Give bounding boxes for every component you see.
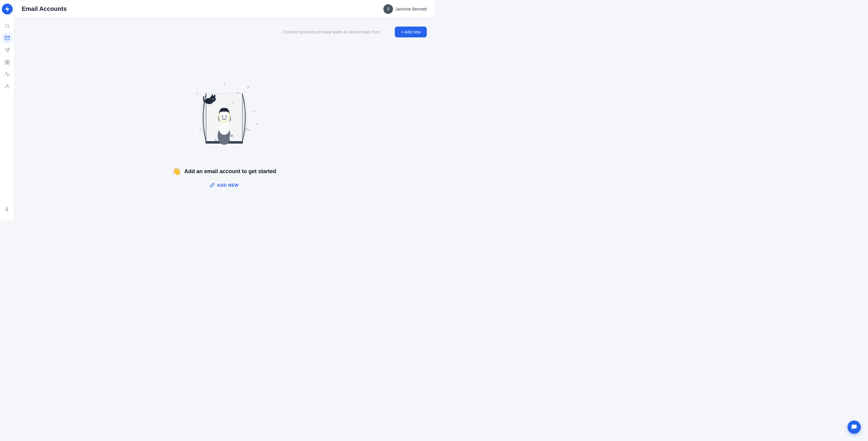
email-icon [4,35,10,41]
page-title: Email Accounts [22,5,67,12]
svg-rect-7 [5,62,7,64]
avatar: J [383,4,393,14]
wave-emoji: 👋 [172,167,181,176]
svg-point-10 [7,209,7,210]
templates-icon [4,59,10,65]
svg-line-24 [246,102,247,133]
svg-point-11 [196,93,198,94]
empty-state-title: 👋 Add an email account to get started [172,167,276,176]
empty-state-text: Add an email account to get started [184,168,276,175]
app-logo[interactable] [2,4,13,14]
svg-point-27 [219,122,230,135]
link-icon [210,183,215,187]
svg-point-12 [247,86,250,89]
svg-point-9 [6,85,8,86]
svg-point-34 [207,106,212,110]
svg-point-32 [225,116,227,117]
add-new-header-button[interactable]: + Add new [395,27,427,37]
svg-point-13 [253,111,255,113]
header: Email Accounts J Jasmine Bennett [14,0,434,18]
add-new-link[interactable]: ADD NEW [210,183,239,187]
sidebar-nav [2,21,13,202]
svg-rect-5 [5,60,7,62]
sidebar-item-rocket[interactable] [2,204,13,214]
svg-line-1 [8,27,9,28]
send-icon [4,47,10,53]
svg-point-46 [232,102,234,104]
sidebar-item-profile[interactable] [2,81,13,92]
sidebar-item-templates[interactable] [2,57,13,67]
svg-point-16 [224,84,225,85]
sidebar-item-email[interactable] [2,33,13,43]
sidebar-item-analytics[interactable] [2,69,13,80]
user-name: Jasmine Bennett [396,7,427,11]
add-new-link-label: ADD NEW [217,183,239,187]
content-area: Connect accounts to keep warm & send ema… [14,18,434,220]
svg-rect-6 [7,60,9,62]
svg-point-0 [5,24,9,27]
sidebar-bottom [2,204,13,217]
illustration [182,76,267,160]
rocket-icon [4,206,10,212]
svg-point-33 [224,118,224,118]
svg-point-42 [212,99,213,99]
lightning-icon [4,6,10,12]
svg-point-14 [199,129,201,130]
empty-state: 👋 Add an email account to get started AD… [172,42,276,214]
top-bar: Connect accounts to keep warm & send ema… [22,24,427,42]
profile-icon [4,84,10,89]
sidebar-item-search[interactable] [2,21,13,31]
search-icon [4,23,10,29]
svg-point-17 [257,123,258,124]
svg-rect-8 [7,62,9,64]
sidebar [0,0,14,220]
svg-point-44 [230,135,233,137]
svg-line-22 [202,102,202,133]
svg-point-31 [222,116,223,117]
top-bar-description: Connect accounts to keep warm & send ema… [283,30,388,34]
empty-illustration [182,76,267,160]
sidebar-item-send[interactable] [2,45,13,56]
user-menu[interactable]: J Jasmine Bennett [383,4,427,14]
analytics-icon [4,71,10,77]
main-content: Email Accounts J Jasmine Bennett Connect… [14,0,434,220]
svg-point-43 [213,99,215,99]
svg-point-45 [215,139,217,141]
